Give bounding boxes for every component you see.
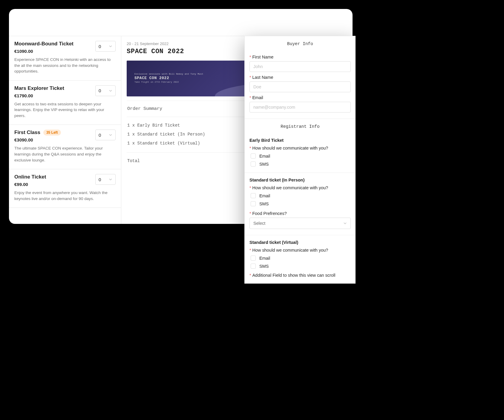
chevron-down-icon bbox=[109, 178, 112, 181]
email-input[interactable] bbox=[249, 102, 351, 113]
quantity-value: 0 bbox=[99, 133, 101, 138]
quantity-select[interactable]: 0 bbox=[95, 85, 116, 96]
sms-option-label: SMS bbox=[259, 201, 269, 206]
ticket-card: Moonward-Bound Ticket €1090.00 0 Experie… bbox=[9, 36, 121, 81]
ticket-description: Get access to two extra sessions to deep… bbox=[14, 101, 116, 119]
registrant-block: Standard ticket (In Person) * How should… bbox=[245, 173, 356, 233]
hero-title: SPACE CON 2022 bbox=[134, 76, 203, 80]
sms-checkbox[interactable] bbox=[251, 161, 256, 167]
first-name-label: First Name bbox=[252, 55, 273, 59]
ticket-card: Mars Explorer Ticket €1790.00 0 Get acce… bbox=[9, 81, 121, 125]
first-name-input[interactable] bbox=[249, 61, 351, 72]
food-pref-label: Food Prefrences? bbox=[252, 211, 287, 216]
ticket-card: First Class 35 Left €3090.00 0 The ultim… bbox=[9, 125, 121, 169]
required-star: * bbox=[249, 185, 251, 190]
email-checkbox[interactable] bbox=[251, 153, 256, 159]
form-panel: Buyer Info * First Name * Last Name * Em… bbox=[244, 36, 356, 233]
comm-question-label: How should we communicate with you? bbox=[252, 146, 328, 150]
ticket-title: Moonward-Bound Ticket bbox=[14, 41, 73, 47]
registrant-block-title: Early Bird Ticket bbox=[249, 138, 351, 143]
ticket-card: Online Ticket €99.00 0 Enjoy the event f… bbox=[9, 169, 121, 208]
comm-question-label: How should we communicate with you? bbox=[252, 185, 328, 190]
last-name-input[interactable] bbox=[249, 81, 351, 92]
ticket-price: €1790.00 bbox=[14, 93, 64, 98]
required-star: * bbox=[249, 211, 251, 216]
email-option-label: Email bbox=[259, 193, 270, 198]
ticket-price: €99.00 bbox=[14, 182, 46, 187]
buyer-info-section: * First Name * Last Name * Email bbox=[245, 55, 356, 119]
sms-checkbox[interactable] bbox=[251, 201, 256, 206]
required-star: * bbox=[249, 146, 251, 150]
quantity-value: 0 bbox=[99, 177, 101, 182]
sms-option-label: SMS bbox=[259, 162, 269, 167]
ticket-price: €3090.00 bbox=[14, 137, 61, 142]
registrant-block: Early Bird Ticket * How should we commun… bbox=[245, 133, 356, 173]
ticket-description: Experience SPACE CON in Helsinki with an… bbox=[14, 57, 116, 74]
ticket-title: First Class bbox=[14, 130, 40, 136]
email-label: Email bbox=[252, 95, 263, 100]
select-placeholder: Select bbox=[253, 221, 265, 226]
quantity-select[interactable]: 0 bbox=[95, 41, 116, 52]
chevron-down-icon bbox=[109, 89, 112, 93]
required-star: * bbox=[249, 55, 251, 59]
registrant-block-title: Standard ticket (In Person) bbox=[249, 178, 351, 182]
ticket-title: Mars Explorer Ticket bbox=[14, 85, 64, 91]
registrant-info-heading: Registrant Info bbox=[245, 119, 356, 133]
buyer-info-heading: Buyer Info bbox=[245, 36, 356, 52]
food-pref-select[interactable]: Select bbox=[249, 218, 351, 229]
email-checkbox[interactable] bbox=[251, 193, 256, 198]
chevron-down-icon bbox=[109, 133, 112, 137]
required-star: * bbox=[249, 75, 251, 80]
last-name-label: Last Name bbox=[252, 75, 273, 80]
quantity-value: 0 bbox=[99, 44, 101, 49]
ticket-description: The ultimate SPACE CON experience. Tailo… bbox=[14, 145, 116, 163]
chevron-down-icon bbox=[343, 221, 347, 225]
hero-caption: Exclusive sessions with Bill Nemoy and T… bbox=[134, 73, 203, 75]
email-option-label: Email bbox=[259, 154, 270, 159]
required-star: * bbox=[249, 95, 251, 100]
quantity-value: 0 bbox=[99, 88, 101, 93]
tickets-list: Moonward-Bound Ticket €1090.00 0 Experie… bbox=[9, 36, 121, 224]
quantity-select[interactable]: 0 bbox=[95, 174, 116, 185]
ticket-description: Enjoy the event from anywhere you want. … bbox=[14, 190, 116, 201]
ticket-title: Online Ticket bbox=[14, 174, 46, 180]
availability-badge: 35 Left bbox=[43, 130, 61, 136]
quantity-select[interactable]: 0 bbox=[95, 130, 116, 140]
hero-subcaption: Take flight on 27th February 2022 bbox=[134, 81, 203, 83]
chevron-down-icon bbox=[109, 44, 112, 48]
ticket-price: €1090.00 bbox=[14, 49, 73, 54]
